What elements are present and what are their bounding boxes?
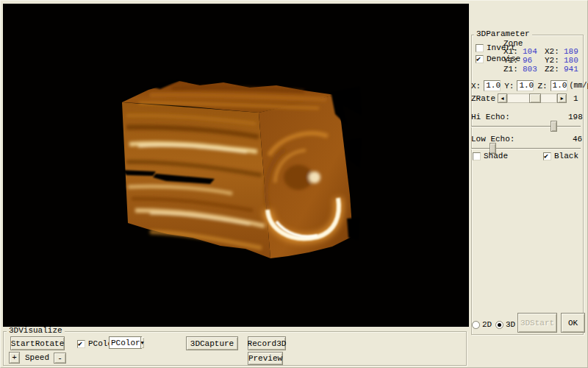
3dcapture-button[interactable]: 3DCapture [186,336,238,350]
scale-z-input[interactable]: 1.0 [551,80,567,91]
mode-2d-radio[interactable] [472,321,480,329]
pcolor-dropdown-value: PColor [110,339,140,347]
pcolor-checkbox[interactable] [77,340,85,348]
mode-3d-option: 3D [495,320,515,329]
zone-row-y: Y1: 96 Y2: 180 [503,56,581,65]
zone-z1-label: Z1: [503,65,523,74]
black-row: Black [543,152,578,160]
parameter-group-title: 3DParameter [474,30,532,38]
zrate-left-arrow-icon[interactable]: ◄ [498,93,507,103]
shade-checkbox[interactable] [473,152,481,160]
zone-y2-label: Y2: [545,56,564,65]
chevron-down-icon[interactable]: ▼ [140,337,144,348]
hi-echo-slider-thumb[interactable] [551,121,557,132]
3dstart-button[interactable]: 3DStart [517,313,557,333]
black-label: Black [554,152,578,160]
low-echo-value: 46 [573,135,582,144]
zrate-right-arrow-icon[interactable]: ► [557,93,567,103]
zone-z1-value: 803 [523,65,545,74]
record3d-button[interactable]: Record3D [248,336,286,350]
zone-row-z: Z1: 803 Z2: 941 [503,65,581,74]
zone-y2-value: 180 [564,56,578,65]
scale-y-input[interactable]: 1.0 [517,80,534,91]
mode-2d-option: 2D [472,320,492,329]
speed-minus-button[interactable]: - [54,353,66,364]
scale-y-label: Y: [504,82,514,91]
zrate-value: 1 [573,94,578,103]
zone-z2-value: 941 [564,65,578,74]
scale-z-label: Z: [537,82,547,91]
hi-echo-slider-track[interactable] [471,126,581,127]
black-checkbox[interactable] [543,152,551,160]
volume-render [3,4,469,327]
mode-2d-label: 2D [482,320,492,329]
scale-x-input[interactable]: 1.0 [484,80,501,91]
mode-3d-radio[interactable] [495,321,503,329]
zone-z2-label: Z2: [545,65,564,74]
start-rotate-button[interactable]: StartRotate [10,336,65,350]
hi-echo-value: 198 [568,113,583,121]
app-window: 3DParameter Invert Denoise Zone X1: 104 … [0,0,588,368]
visualize-group-title: 3DVisualize [7,327,65,335]
pcolor-dropdown[interactable]: PColor ▼ [109,336,142,349]
mode-3d-label: 3D [506,320,515,329]
zone-y1-value: 96 [523,56,545,65]
zone-x2-label: X2: [545,47,564,56]
zrate-label: ZRate [471,94,495,103]
scale-x-label: X: [471,82,481,91]
invert-checkbox[interactable] [476,44,484,52]
zone-x1-label: X1: [503,47,523,56]
scale-row: X: 1.0 Y: 1.0 Z: 1.0 (mm/p) [471,80,588,91]
zone-table: X1: 104 X2: 189 Y1: 96 Y2: 180 Z1: 803 Z… [503,47,581,74]
scale-unit-label: (mm/p) [570,82,588,90]
speed-plus-button[interactable]: + [9,352,20,364]
render-canvas[interactable] [3,4,469,327]
zone-y1-label: Y1: [503,56,523,65]
shade-row: Shade [473,152,508,160]
preview-button[interactable]: Preview [248,352,283,365]
low-echo-slider-track[interactable] [471,148,581,149]
zone-x1-value: 104 [523,47,545,56]
hi-echo-label: Hi Echo: [471,113,510,121]
denoise-checkbox[interactable] [476,55,484,63]
ok-button[interactable]: OK [561,313,585,333]
zone-x2-value: 189 [564,47,578,56]
zrate-thumb[interactable] [529,93,541,103]
zone-row-x: X1: 104 X2: 189 [503,47,581,56]
shade-label: Shade [484,152,508,160]
speed-label: Speed [25,353,49,362]
